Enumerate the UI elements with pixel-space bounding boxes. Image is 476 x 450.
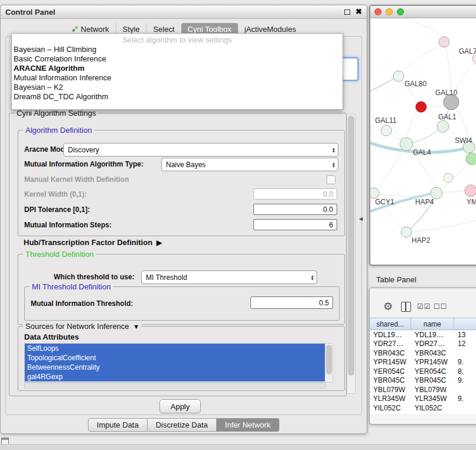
dpi-tolerance-field[interactable] — [253, 204, 337, 215]
table-cell: 9. — [454, 394, 476, 403]
mi-threshold-group-title: MI Threshold Definition — [30, 282, 113, 291]
network-node-gal1[interactable] — [437, 120, 449, 132]
algorithm-dropdown-list: Select algorithm to view settings Bayesi… — [11, 33, 343, 110]
table-row[interactable]: YIL052CYIL052C — [370, 403, 476, 413]
network-node[interactable] — [416, 102, 426, 112]
table-row[interactable]: YLR345WYLR345W9. — [370, 394, 476, 404]
bottom-tab-infer-network[interactable]: Infer Network — [217, 418, 279, 432]
tab-label: Select — [153, 25, 174, 34]
which-threshold-value: MI Threshold — [142, 273, 308, 282]
dropdown-item[interactable]: Mutual Information Inference — [12, 73, 343, 83]
float-window-icon[interactable] — [344, 9, 350, 15]
network-node[interactable] — [444, 173, 453, 182]
network-node-hap4[interactable] — [431, 187, 442, 199]
table-row[interactable]: YPR145WYPR145W9. — [370, 358, 476, 367]
attributes-scrollbar[interactable] — [325, 343, 333, 383]
bottom-tab-bar: Impute DataDiscretize DataInfer Network — [1, 418, 367, 432]
apply-button-label: Apply — [171, 402, 190, 411]
cyni-algorithm-settings-group: Cyni Algorithm Settings Algorithm Defini… — [9, 113, 347, 396]
settings-group-title: Cyni Algorithm Settings — [14, 109, 98, 118]
table-cell: 8. — [454, 367, 476, 376]
select-all-checks-icon[interactable]: ☑☑ — [417, 302, 431, 311]
zoom-traffic-light-icon[interactable] — [397, 8, 404, 15]
bottom-tab-impute-data[interactable]: Impute Data — [88, 418, 148, 432]
node-label: HAP2 — [412, 236, 431, 244]
column-header[interactable]: name — [411, 318, 454, 330]
column-header[interactable]: shared... — [370, 318, 411, 330]
algorithm-definition-title: Algorithm Definition — [23, 126, 94, 135]
network-edge[interactable] — [394, 18, 444, 37]
network-edge[interactable] — [401, 42, 444, 72]
network-window-titlebar[interactable] — [370, 6, 476, 18]
network-node-gal80[interactable] — [393, 71, 404, 81]
node-label: YM — [467, 198, 476, 206]
tab-label: jActiveModules — [244, 25, 296, 34]
close-icon[interactable]: ✖ — [356, 8, 362, 15]
table-cell: YBL079W — [370, 386, 411, 394]
table-row[interactable]: YBR045CYBR045C9. — [370, 376, 476, 386]
threshold-definition-title: Threshold Definition — [23, 250, 96, 259]
node-label: GAL11 — [375, 116, 397, 125]
mi-threshold-field[interactable] — [250, 296, 333, 309]
tab-label: Cyni Toolbox — [188, 25, 232, 34]
apply-button[interactable]: Apply — [159, 399, 201, 413]
bottom-tab-discretize-data[interactable]: Discretize Data — [148, 418, 217, 432]
data-attributes-label: Data Attributes — [24, 332, 79, 341]
clear-checks-icon[interactable]: ☐☐ — [433, 302, 448, 311]
column-header[interactable] — [454, 318, 476, 330]
table-row[interactable]: YBR043CYBR043C — [370, 348, 476, 358]
network-node-hap2[interactable] — [401, 227, 412, 237]
node-label: GCY1 — [375, 198, 395, 206]
attribute-list-item[interactable]: BetweennessCentrality — [25, 363, 325, 372]
table-row[interactable]: YER054CYER054C8. — [370, 367, 476, 376]
close-traffic-light-icon[interactable] — [374, 8, 382, 15]
columns-icon[interactable] — [401, 302, 411, 312]
table-row[interactable]: YDR27…YDR27…12 — [370, 340, 476, 349]
network-node-ym[interactable] — [465, 185, 476, 197]
dpi-tolerance-label: DPI Tolerance [0,1]: — [24, 206, 90, 214]
network-node-gal11[interactable] — [381, 125, 392, 136]
settings-scrollbar[interactable] — [347, 114, 356, 394]
panel-collapse-handle[interactable]: ◀ — [359, 216, 363, 221]
table-row[interactable]: YBL079WYBL079W — [370, 385, 476, 394]
dropdown-item[interactable]: Bayesian – Hill Climbing — [12, 45, 343, 54]
collapse-arrow-icon[interactable]: ▼ — [131, 323, 139, 330]
manual-kernel-checkbox[interactable] — [327, 175, 335, 184]
attribute-list-item[interactable]: TopologicalCoefficient — [25, 353, 325, 363]
expand-arrow-icon[interactable]: ▶ — [155, 239, 162, 247]
aracne-mode-value: Discovery — [64, 146, 330, 154]
network-node[interactable] — [466, 153, 476, 165]
network-node-gcy1[interactable] — [370, 188, 379, 198]
attribute-list-item[interactable]: SelfLoops — [25, 344, 325, 353]
network-view-window: GAL7GAL80GAL10GAL11GAL1SWI4GAL4GCY1HAP4Y… — [369, 5, 476, 266]
attribute-list-item[interactable]: gal4RGexp — [25, 372, 325, 381]
data-attributes-list[interactable]: SelfLoopsTopologicalCoefficientBetweenne… — [24, 343, 325, 383]
aracne-mode-select[interactable]: Discovery ▲▼ — [63, 143, 338, 156]
table-cell: YDR27… — [370, 340, 411, 348]
dropdown-item[interactable]: Dream8 DC_TDC Algorithm — [12, 92, 343, 102]
mi-threshold-label: Mutual Information Threshold: — [31, 299, 133, 308]
dropdown-item[interactable]: Basic Correlation Inference — [12, 54, 343, 64]
control-panel-titlebar[interactable]: Control Panel ✖ — [1, 5, 367, 19]
stepper-icon: ▲▼ — [330, 147, 338, 153]
table-row[interactable]: YDL19…YDL19…13 — [370, 330, 476, 340]
which-threshold-select[interactable]: MI Threshold ▲▼ — [141, 270, 317, 284]
network-edge[interactable] — [406, 219, 476, 232]
algorithm-combo-fragment[interactable] — [341, 57, 358, 81]
network-node-gal4[interactable] — [400, 138, 413, 151]
network-canvas[interactable]: GAL7GAL80GAL10GAL11GAL1SWI4GAL4GCY1HAP4Y… — [370, 18, 476, 263]
gear-icon[interactable]: ⚙ — [383, 300, 393, 313]
mi-type-select[interactable]: Naive Bayes ▲▼ — [161, 158, 338, 171]
mi-steps-field[interactable] — [253, 219, 337, 230]
table-toolbar: ⚙ ☑☑ ☐☐ — [370, 288, 476, 318]
dropdown-item[interactable]: Bayesian – K2 — [12, 83, 343, 92]
table-cell: YBR043C — [411, 349, 454, 357]
minimize-traffic-light-icon[interactable] — [386, 8, 393, 15]
network-node[interactable] — [439, 37, 449, 47]
hub-definition-toggle[interactable]: Hub/Transcription Factor Definition ▶ — [24, 238, 162, 247]
dropdown-item[interactable]: ARACNE Algorithm — [12, 64, 343, 73]
network-edge[interactable] — [444, 42, 451, 94]
kernel-width-field[interactable] — [253, 188, 337, 200]
attributes-hscrollbar[interactable] — [24, 383, 325, 389]
sources-group-label: Sources for Network Inference — [25, 322, 129, 331]
